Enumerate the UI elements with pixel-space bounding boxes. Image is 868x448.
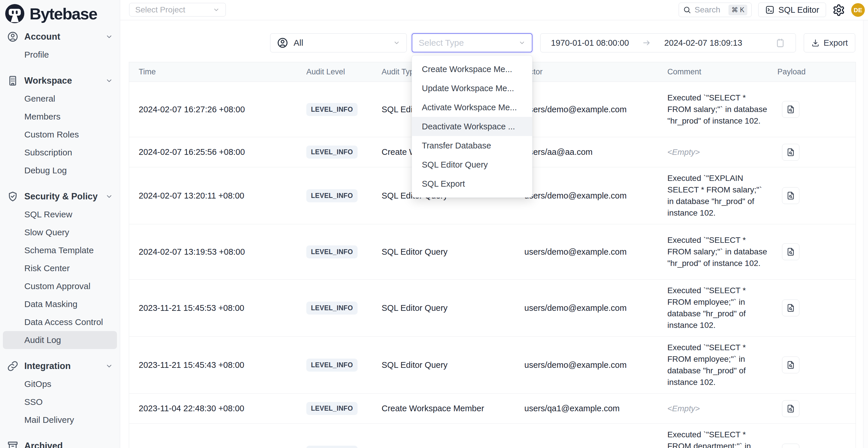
sidebar-item-gitops[interactable]: GitOps — [3, 375, 117, 393]
bytebase-logo-icon — [5, 4, 24, 23]
sidebar-item-schema-template[interactable]: Schema Template — [3, 242, 117, 259]
payload-view-button[interactable] — [782, 299, 799, 316]
sidebar-item-custom-approval[interactable]: Custom Approval — [3, 277, 117, 295]
type-filter-select[interactable]: Select Type — [412, 33, 532, 53]
sidebar-section-label: Integration — [24, 361, 71, 371]
sidebar-item-label: Mail Delivery — [24, 415, 74, 425]
type-option-sql-export[interactable]: SQL Export — [412, 174, 532, 193]
cell-payload — [777, 299, 856, 316]
cell-comment: <Empty> — [668, 141, 777, 163]
sidebar-item-audit-log[interactable]: Audit Log — [3, 331, 117, 349]
chevron-down-icon — [105, 193, 113, 200]
table-row: 2023-11-04 22:48:30 +08:00LEVEL_INFOCrea… — [129, 393, 856, 424]
search-input[interactable]: Search ⌘ K — [679, 3, 752, 17]
cell-audit-level: LEVEL_INFO — [306, 446, 381, 448]
cell-audit-type: SQL Editor Query — [381, 303, 524, 313]
sql-editor-button[interactable]: SQL Editor — [758, 3, 826, 17]
cell-payload — [777, 400, 856, 417]
type-option-activate-workspace-me[interactable]: Activate Workspace Me... — [412, 98, 532, 117]
sidebar-section-archived: Archived — [3, 437, 117, 448]
type-option-sql-editor-query[interactable]: SQL Editor Query — [412, 155, 532, 174]
audit-level-badge: LEVEL_INFO — [306, 402, 358, 415]
date-to-value[interactable]: 2024-02-07 18:09:13 — [664, 38, 742, 48]
payload-view-button[interactable] — [782, 144, 799, 161]
sidebar-section-header-account[interactable]: Account — [3, 28, 117, 46]
payload-view-button[interactable] — [782, 357, 799, 373]
gear-icon[interactable] — [832, 4, 845, 17]
link-icon — [7, 360, 19, 372]
sidebar-section-header-security-policy[interactable]: Security & Policy — [3, 188, 117, 205]
main-content: All Select Type 1970-01-01 08:00:00 2024… — [120, 20, 868, 448]
sidebar-section-security-policy: Security & PolicySQL ReviewSlow QuerySch… — [3, 188, 117, 349]
avatar[interactable]: DE — [851, 3, 865, 17]
cell-actor: users/demo@example.com — [524, 303, 668, 313]
actor-filter-select[interactable]: All — [270, 33, 407, 53]
file-search-icon — [786, 247, 795, 256]
date-from-value[interactable]: 1970-01-01 08:00:00 — [551, 38, 629, 48]
sidebar-section-label: Account — [24, 32, 60, 42]
actor-filter-value: All — [293, 38, 303, 48]
search-icon — [683, 6, 691, 14]
type-filter-dropdown: Create Workspace Me...Update Workspace M… — [412, 55, 532, 198]
cell-audit-type: Create Workspace Member — [381, 404, 524, 413]
sidebar-section-workspace: WorkspaceGeneralMembersCustom RolesSubsc… — [3, 72, 117, 180]
scrollbar[interactable] — [863, 20, 868, 448]
logo[interactable]: Bytebase — [0, 0, 120, 26]
sidebar-item-general[interactable]: General — [3, 90, 117, 108]
export-button[interactable]: Export — [804, 33, 855, 53]
cell-comment: Executed `"EXPLAIN SELECT * FROM salary;… — [668, 167, 777, 224]
sidebar-item-data-masking[interactable]: Data Masking — [3, 295, 117, 313]
sidebar-item-debug-log[interactable]: Debug Log — [3, 161, 117, 180]
payload-view-button[interactable] — [782, 400, 799, 417]
cell-actor: users/qa1@example.com — [524, 404, 668, 413]
sidebar-section-header-workspace[interactable]: Workspace — [3, 72, 117, 90]
sidebar-item-data-access-control[interactable]: Data Access Control — [3, 313, 117, 331]
sidebar-item-label: Custom Approval — [24, 281, 90, 291]
project-select[interactable]: Select Project — [129, 3, 226, 17]
cell-actor: users/demo@example.com — [524, 360, 668, 370]
sidebar-item-slow-query[interactable]: Slow Query — [3, 223, 117, 242]
type-option-transfer-database[interactable]: Transfer Database — [412, 136, 532, 155]
payload-view-button[interactable] — [782, 101, 799, 118]
type-option-deactivate-workspace[interactable]: Deactivate Workspace ... — [412, 117, 532, 136]
sidebar-section-label: Workspace — [24, 75, 72, 86]
sidebar-item-label: Subscription — [24, 148, 72, 157]
sidebar-item-label: Profile — [24, 50, 49, 60]
sidebar-item-label: Schema Template — [24, 246, 94, 255]
payload-view-button[interactable] — [782, 244, 799, 260]
payload-view-button[interactable] — [782, 187, 799, 204]
cell-comment: Executed `"SELECT * FROM employee;"` in … — [668, 337, 777, 393]
sidebar-item-label: Data Masking — [24, 299, 77, 309]
column-header-comment: Comment — [668, 67, 777, 76]
sidebar-section-header-integration[interactable]: Integration — [3, 357, 117, 375]
bytebase-app: Bytebase AccountProfileWorkspaceGeneralM… — [0, 0, 868, 448]
search-placeholder: Search — [694, 5, 720, 14]
sidebar-item-profile[interactable]: Profile — [3, 46, 117, 64]
sidebar-item-mail-delivery[interactable]: Mail Delivery — [3, 411, 117, 429]
shield-check-icon — [7, 191, 19, 202]
sidebar-item-members[interactable]: Members — [3, 108, 117, 126]
date-range-picker[interactable]: 1970-01-01 08:00:00 2024-02-07 18:09:13 — [540, 33, 796, 53]
payload-view-button[interactable] — [782, 444, 799, 448]
sidebar-item-custom-roles[interactable]: Custom Roles — [3, 126, 117, 143]
audit-level-badge: LEVEL_INFO — [306, 246, 358, 258]
sidebar-item-subscription[interactable]: Subscription — [3, 143, 117, 161]
cell-payload — [777, 187, 856, 204]
file-search-icon — [786, 404, 795, 413]
sidebar-item-sql-review[interactable]: SQL Review — [3, 205, 117, 223]
file-search-icon — [786, 360, 795, 370]
cell-actor: users/demo@example.com — [524, 105, 668, 114]
building-icon — [7, 75, 19, 87]
sidebar-item-risk-center[interactable]: Risk Center — [3, 259, 117, 277]
calendar-icon — [775, 38, 785, 48]
type-option-create-workspace-me[interactable]: Create Workspace Me... — [412, 60, 532, 79]
sidebar-item-sso[interactable]: SSO — [3, 393, 117, 411]
sidebar-nav: AccountProfileWorkspaceGeneralMembersCus… — [0, 26, 120, 448]
search-shortcut-badge: ⌘ K — [728, 5, 747, 15]
sidebar-section-header-archived[interactable]: Archived — [3, 437, 117, 448]
cell-comment: Executed `"SELECT * FROM department;"` i… — [668, 424, 777, 448]
sidebar-item-label: Custom Roles — [24, 130, 79, 139]
sidebar-item-label: Audit Log — [24, 335, 61, 345]
sidebar-section-account: AccountProfile — [3, 28, 117, 64]
type-option-update-workspace-me[interactable]: Update Workspace Me... — [412, 79, 532, 98]
